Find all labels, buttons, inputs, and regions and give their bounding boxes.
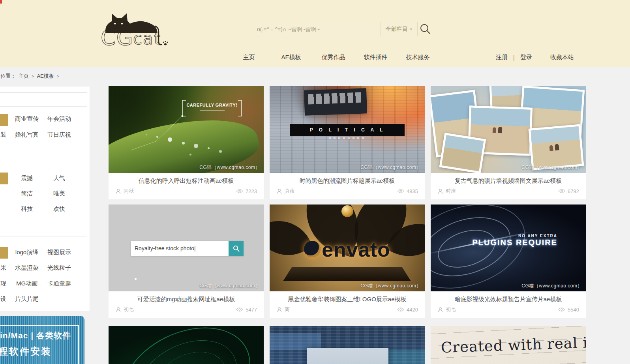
sidebar-item[interactable]: [0, 205, 11, 213]
thumbnail-caption: Royalty-free stock photo|: [131, 245, 229, 251]
template-thumbnail[interactable]: Royalty-free stock photo| CG猫（www.cgmao.…: [109, 205, 264, 291]
software-install-banner[interactable]: in/Mac | 各类软件 程软件安装: [0, 316, 84, 364]
sidebar-item-cheerful[interactable]: 欢快: [43, 205, 75, 213]
sidebar-filter-box[interactable]: [0, 92, 87, 107]
hud-bracket-art: [109, 86, 264, 173]
card-meta: 真夜 4835: [270, 185, 425, 199]
template-thumbnail[interactable]: envato CG猫（www.cgmao.com）: [270, 205, 425, 291]
sidebar-item-particles[interactable]: 光线粒子: [43, 264, 75, 272]
sidebar-row: 简洁 唯美: [0, 190, 75, 197]
sidebar-item-cut[interactable]: 现: [0, 280, 11, 287]
card-views: 5540: [568, 307, 579, 313]
login-link[interactable]: 登录: [520, 54, 532, 61]
cgcat-logo[interactable]: CG cat: [100, 3, 171, 50]
mock-search-box: Royalty-free stock photo|: [131, 241, 244, 256]
sidebar-item-annual-meeting[interactable]: 年会活动: [43, 115, 75, 123]
paw-print-icon: [163, 41, 168, 45]
category-select[interactable]: 全部栏目 ∨: [381, 22, 417, 36]
card-views: 7223: [246, 188, 257, 194]
sidebar-item-beautiful[interactable]: 唯美: [43, 190, 75, 197]
sidebar-item-mg-animation[interactable]: MG动画: [11, 280, 43, 287]
template-thumbnail[interactable]: Created with real ink: [431, 326, 586, 364]
card-meta: 初七 5540: [431, 303, 586, 318]
card-title[interactable]: 信息化的呼入呼出短标注动画ae模板: [109, 176, 264, 185]
template-thumbnail[interactable]: [109, 326, 264, 364]
breadcrumb-current[interactable]: AE模板: [37, 73, 54, 80]
card-views: 4420: [407, 307, 418, 313]
sidebar-item-display[interactable]: 视图展示: [43, 248, 75, 256]
thumbnail-caption: Created with real ink: [441, 334, 586, 356]
search-input[interactable]: [252, 22, 381, 36]
sidebar-item-wedding[interactable]: 婚礼写真: [11, 131, 43, 139]
card-title[interactable]: 暗底影视级光效标题预告片宣传片ae模板: [431, 295, 586, 303]
sidebar-item[interactable]: [0, 190, 11, 197]
thumbnail-caption: envato: [322, 238, 390, 261]
sidebar-item-ink[interactable]: 水墨渲染: [11, 264, 43, 272]
sidebar-item-commercial[interactable]: 商业宣传: [11, 115, 43, 123]
card-author: 离: [285, 306, 290, 313]
caption-line2: PLUGINS REQUIRE: [472, 238, 557, 247]
card-meta: 阿秋 7223: [109, 185, 264, 199]
card-title[interactable]: 可爱活泼的mg动画搜索网址框ae模板: [109, 295, 264, 303]
user-links: 注册 | 登录: [496, 54, 532, 61]
sidebar-item-festival[interactable]: 节日庆祝: [43, 131, 75, 139]
envato-logo: envato: [270, 238, 425, 261]
chevron-down-icon: ∨: [410, 27, 412, 31]
sidebar-item[interactable]: [0, 174, 11, 182]
sidebar-item-logo-reveal[interactable]: logo演绎: [11, 248, 43, 256]
sidebar-item-grand[interactable]: 大气: [43, 174, 75, 182]
card-title[interactable]: 黑金优雅奢华装饰图案三维LOGO展示ae模板: [270, 295, 425, 303]
sidebar-item-cut[interactable]: 果: [0, 264, 11, 272]
breadcrumb-home[interactable]: 主页: [19, 73, 29, 80]
glitch-slab-art: [270, 333, 321, 350]
search-icon[interactable]: [419, 23, 431, 35]
card-meta: 时淮 6792: [431, 185, 586, 199]
card-author: 真夜: [285, 188, 295, 195]
template-thumbnail[interactable]: NO ANY EXTRA PLUGINS REQUIRE CG猫（www.cgm…: [431, 205, 586, 291]
card-views: 6792: [568, 188, 579, 194]
sidebar-row: 果 水墨渲染 光线粒子: [0, 264, 75, 272]
template-thumbnail[interactable]: CG猫（www.cgmao.com）: [431, 86, 586, 173]
sidebar-item: [43, 295, 75, 303]
watermark: CG猫（www.cgmao.com）: [521, 283, 582, 289]
favorite-site-link[interactable]: 收藏本站: [550, 54, 574, 61]
sidebar-item-tech[interactable]: 科技: [11, 205, 43, 213]
sidebar-item-cartoon[interactable]: 卡通童趣: [43, 280, 75, 287]
register-link[interactable]: 注册: [496, 54, 508, 61]
watermark: CG猫（www.cgmao.com）: [199, 164, 260, 171]
card-title[interactable]: 复古气息的照片墙视频墙图文展示ae模板: [431, 176, 586, 185]
nav-home[interactable]: 主页: [228, 54, 270, 61]
card-views: 5477: [246, 307, 257, 313]
card-author: 时淮: [446, 188, 456, 195]
gold-sphere-art: [341, 205, 353, 217]
eye-icon: [236, 189, 243, 193]
card-title[interactable]: 时尚黑色的潮流图片标题展示ae模板: [270, 176, 425, 185]
template-thumbnail[interactable]: [270, 326, 425, 364]
sidebar-item-cut[interactable]: 装: [0, 131, 11, 139]
sidebar-item[interactable]: [0, 115, 11, 123]
card-meta: 离 4420: [270, 303, 425, 318]
mg-dot-art: [135, 278, 137, 280]
sidebar-item-shocking[interactable]: 震撼: [11, 174, 43, 182]
card-author: 初七: [446, 306, 456, 313]
nav-plugins[interactable]: 软件插件: [354, 54, 397, 61]
sidebar-item-intro-outro[interactable]: 片头片尾: [11, 295, 43, 303]
sidebar-row: 现 MG动画 卡通童趣: [0, 280, 75, 287]
sidebar-item[interactable]: [0, 248, 11, 256]
sidebar-row: 装 婚礼写真 节日庆祝: [0, 131, 75, 139]
thumbnail-caption: CAREFULLY GRAVITY!: [182, 103, 242, 107]
nav-featured-works[interactable]: 优秀作品: [312, 54, 354, 61]
breadcrumb: 位置： 主页 > AE模板 >: [0, 73, 59, 80]
sidebar-row: 震撼 大气: [0, 174, 75, 182]
newspaper-masthead-art: [304, 88, 367, 115]
sidebar-item-simple[interactable]: 简洁: [11, 190, 43, 197]
template-thumbnail[interactable]: P O L I T I C A L CG猫（www.cgmao.com）: [270, 86, 425, 173]
nav-ae-templates[interactable]: AE模板: [270, 54, 312, 61]
template-thumbnail[interactable]: CAREFULLY GRAVITY! CG猫（www.cgmao.com）: [109, 86, 264, 173]
template-card: envato CG猫（www.cgmao.com） 黑金优雅奢华装饰图案三维LO…: [270, 205, 425, 318]
sidebar-item-cut[interactable]: 设: [0, 295, 11, 303]
template-card: Royalty-free stock photo| CG猫（www.cgmao.…: [109, 205, 264, 318]
nav-tech-service[interactable]: 技术服务: [397, 54, 439, 61]
eye-icon: [236, 307, 243, 312]
thumbnail-subcaption-art: [329, 137, 366, 139]
